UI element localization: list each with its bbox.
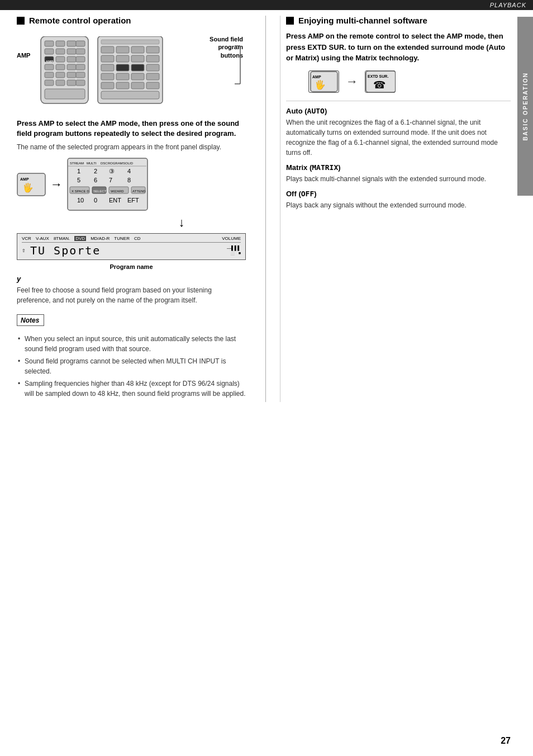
dp-tuner: TUNER <box>114 236 130 241</box>
section-icon <box>17 17 25 25</box>
svg-rect-21 <box>45 80 54 86</box>
section-label: PLAYBACK <box>490 2 526 8</box>
svg-text:AMP: AMP <box>20 177 29 181</box>
right-section-icon <box>286 17 294 25</box>
svg-rect-17 <box>45 72 54 78</box>
column-divider <box>265 16 266 402</box>
note-item-2: Sound field programs cannot be selected … <box>17 356 246 376</box>
svg-rect-31 <box>131 46 144 53</box>
dp-volume-bars: —▌▌▌ ⬜ ■ <box>227 245 241 256</box>
svg-text:2: 2 <box>94 168 97 174</box>
svg-text:7: 7 <box>109 177 112 183</box>
svg-rect-35 <box>131 55 144 62</box>
program-name-label: Program name <box>17 263 246 270</box>
remote-left: AMP <box>38 36 91 108</box>
dp-up-arrow: ⇧ <box>22 248 26 253</box>
arrow-right-1: → <box>50 177 63 192</box>
notes-title: Notes <box>21 316 39 324</box>
svg-rect-19 <box>67 72 76 78</box>
dp-8tman: 8TMAN. <box>54 236 70 241</box>
svg-rect-33 <box>101 55 114 62</box>
svg-rect-14 <box>56 64 65 70</box>
svg-rect-37 <box>101 64 114 71</box>
svg-rect-20 <box>76 72 85 78</box>
left-section-heading: Remote control operation <box>17 16 246 25</box>
sidebar-label: BASIC OPERATION <box>522 72 529 141</box>
amp-seq-box: AMP 🖐 <box>17 173 46 196</box>
svg-text:🖐: 🖐 <box>315 79 326 90</box>
mode-matrix: Matrix (MATRIX) Plays back multi-channel… <box>286 163 511 184</box>
svg-text:SOLID: SOLID <box>123 162 134 165</box>
dp-cd: CD <box>134 236 141 241</box>
right-divider <box>286 101 511 101</box>
svg-rect-24 <box>76 80 85 86</box>
left-heading-text: Remote control operation <box>29 16 131 25</box>
amp-seq-box-right: AMP 🖐 <box>308 70 339 93</box>
svg-text:STREAM: STREAM <box>70 162 84 165</box>
mode-auto-text: When the unit recognizes the flag of a 6… <box>286 117 511 158</box>
svg-rect-44 <box>146 73 159 80</box>
amp-arrow-row: AMP 🖐 → EXTD SUR. ☎ <box>308 70 511 93</box>
svg-text:🖐: 🖐 <box>22 182 34 193</box>
tip-section: y Feel free to choose a sound field prog… <box>17 275 246 305</box>
svg-rect-47 <box>131 82 144 89</box>
amp-button-svg: AMP 🖐 <box>310 71 338 92</box>
svg-text:X SPACE D: X SPACE D <box>72 190 89 193</box>
svg-rect-46 <box>116 82 129 89</box>
extd-button-svg: EXTD SUR. ☎ <box>365 70 395 93</box>
page-number: 27 <box>501 736 511 746</box>
svg-text:WIZARD: WIZARD <box>111 190 124 193</box>
svg-text:0: 0 <box>94 197 97 204</box>
note-item-1: When you select an input source, this un… <box>17 334 246 354</box>
svg-text:SELECT: SELECT <box>93 190 107 193</box>
header-bar: PLAYBACK <box>0 0 533 10</box>
display-panel: VCR V-AUX 8TMAN. DVD MD/AD-R TUNER CD VO… <box>17 233 246 260</box>
notes-list: When you select an input source, this un… <box>17 334 246 399</box>
svg-text:AMP: AMP <box>46 60 53 63</box>
dp-dvd: DVD <box>74 236 86 241</box>
tip-text: Feel free to choose a sound field progra… <box>17 285 246 305</box>
tip-symbol: y <box>17 275 246 283</box>
svg-text:6: 6 <box>94 177 97 183</box>
left-column: Remote control operation AMP <box>17 16 251 402</box>
notes-box: Notes <box>17 314 44 326</box>
bracket-line <box>235 34 243 95</box>
svg-rect-13 <box>45 64 54 70</box>
mode-off-text: Plays back any signals without the exten… <box>286 200 511 210</box>
instruction-bold: Press AMP to select the AMP mode, then p… <box>17 119 246 139</box>
svg-text:EXTD SUR.: EXTD SUR. <box>368 74 388 78</box>
svg-text:☎: ☎ <box>373 79 386 91</box>
svg-rect-38 <box>116 64 129 71</box>
right-heading-text: Enjoying multi-channel software <box>298 16 427 25</box>
svg-rect-5 <box>45 49 54 54</box>
svg-rect-1 <box>45 41 54 46</box>
svg-rect-12 <box>76 56 85 62</box>
display-panel-header: VCR V-AUX 8TMAN. DVD MD/AD-R TUNER CD VO… <box>22 236 241 243</box>
svg-text:MULTI: MULTI <box>87 162 97 165</box>
panel-seq-box: STREAM MULTI DSCROGRAM SOLID 1 2 ③ 4 5 6… <box>67 158 148 211</box>
svg-text:10: 10 <box>77 197 84 204</box>
right-section-heading: Enjoying multi-channel software <box>286 16 511 25</box>
svg-rect-16 <box>76 64 85 70</box>
note-item-3: Sampling frequencies higher than 48 kHz … <box>17 379 246 399</box>
svg-text:8: 8 <box>127 177 131 183</box>
svg-rect-28 <box>101 40 159 44</box>
remote-right <box>97 36 164 108</box>
mode-auto: Auto (AUTO) When the unit recognizes the… <box>286 107 511 158</box>
svg-rect-10 <box>56 56 65 62</box>
svg-rect-42 <box>116 73 129 80</box>
arrow-sequence: AMP 🖐 → STREAM MULTI DSCROGRAM SOLID 1 2… <box>17 158 246 211</box>
right-intro: Press AMP on the remote control to selec… <box>286 31 511 64</box>
right-sidebar: BASIC OPERATION <box>517 17 533 196</box>
svg-rect-43 <box>131 73 144 80</box>
right-column: Enjoying multi-channel software Press AM… <box>280 16 511 402</box>
instruction-normal: The name of the selected program appears… <box>17 142 246 152</box>
svg-rect-22 <box>56 80 65 86</box>
svg-rect-15 <box>67 64 76 70</box>
svg-text:③: ③ <box>109 168 115 174</box>
main-content: Remote control operation AMP <box>0 10 533 408</box>
svg-rect-39 <box>131 64 144 71</box>
mode-off: Off (OFF) Plays back any signals without… <box>286 190 511 210</box>
notes-container: Notes When you select an input source, t… <box>17 310 246 399</box>
mode-auto-heading: Auto (AUTO) <box>286 107 511 115</box>
